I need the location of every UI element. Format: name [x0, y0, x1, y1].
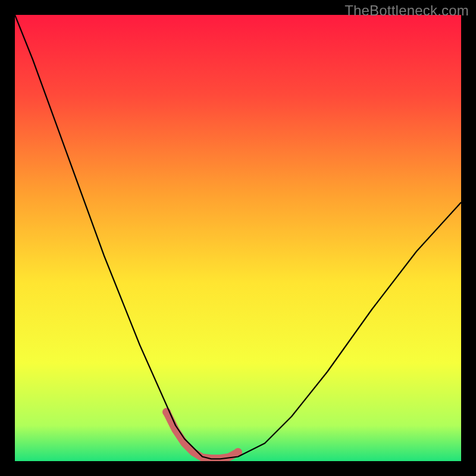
chart-svg [15, 15, 461, 461]
gradient-background [15, 15, 461, 461]
chart-frame: TheBottleneck.com [0, 0, 476, 476]
watermark-text: TheBottleneck.com [345, 2, 469, 19]
plot-area [15, 15, 461, 461]
